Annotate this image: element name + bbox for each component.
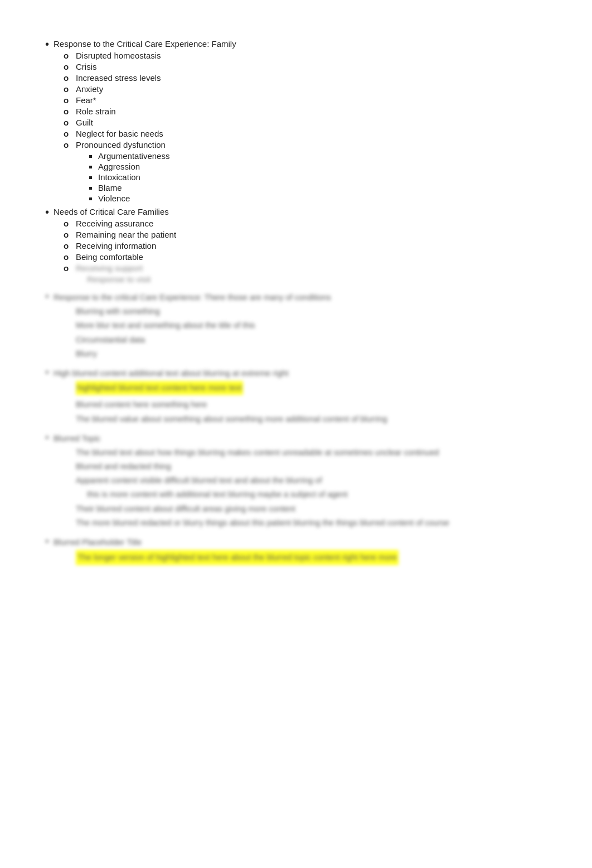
blurred-item: The more blurred redacted or blurry thin… (76, 517, 547, 529)
section5-title: Blurred Topic (54, 432, 547, 445)
blurred-list-item: Receiving support Response to visit (76, 263, 176, 284)
section5-list: The blurred text about how things blurri… (76, 446, 547, 529)
list-item: Being comfortable (76, 252, 176, 262)
section1-title: Response to the Critical Care Experience… (54, 39, 236, 49)
list-item: Guilt (76, 118, 236, 127)
bullet1-dot: • (45, 38, 49, 51)
section2-content: Needs of Critical Care Families Receivin… (54, 207, 176, 286)
blurred-item: Circumstantial data (76, 334, 547, 346)
blurred-item: Blurred content here something here (76, 398, 547, 411)
list-item: Pronounced dysfunction Argumentativeness… (76, 140, 236, 203)
bullet4-dot: • (45, 366, 49, 379)
blurred-item: Blurring with something (76, 305, 547, 318)
bullet5-dot: • (45, 431, 49, 444)
section3-row: • Response to the critical Care Experien… (45, 291, 547, 361)
blurred-subitem: this is more content with additional tex… (87, 488, 547, 501)
bullet3-dot: • (45, 290, 49, 303)
bullet2-dot: • (45, 206, 49, 219)
blurred-item: Apparent content visible difficult blurr… (76, 474, 547, 487)
list-item: Crisis (76, 62, 236, 71)
list-item: Fear* (76, 95, 236, 105)
section2-row: • Needs of Critical Care Families Receiv… (45, 207, 547, 286)
section1-content: Response to the Critical Care Experience… (54, 39, 236, 205)
section4-list: highlighted blurred text content here mo… (76, 381, 547, 426)
blurred-item: More blur text and something about the t… (76, 319, 547, 332)
section1-list: Disrupted homeostasis Crisis Increased s… (54, 51, 236, 203)
section1-sublist: Argumentativeness Aggression Intoxicatio… (76, 151, 236, 203)
blurred-item: Their blurred content about difficult ar… (76, 503, 547, 515)
list-item: Neglect for basic needs (76, 129, 236, 138)
list-item: Violence (98, 194, 236, 203)
blurred-sublist: Response to visit (76, 274, 176, 284)
blurred-item: Blurred and redacted thing (76, 460, 547, 473)
section6-highlighted: The longer version of highlighted text h… (76, 550, 399, 565)
bullet6-dot: • (45, 535, 49, 548)
list-item: Receiving information (76, 241, 176, 250)
section1-row: • Response to the Critical Care Experien… (45, 39, 547, 205)
section3-title: Response to the critical Care Experience… (54, 291, 547, 304)
section6-row: • Blurred Placeholder Title The longer v… (45, 536, 547, 566)
section4-title: High blurred content additional text abo… (54, 367, 547, 380)
section3-list: Blurring with something More blur text a… (76, 305, 547, 360)
section4-highlighted: highlighted blurred text content here mo… (76, 381, 243, 395)
list-item: Disrupted homeostasis (76, 51, 236, 60)
section5-content: Blurred Topic The blurred text about how… (54, 432, 547, 531)
list-item: Argumentativeness (98, 151, 236, 161)
section3-content: Response to the critical Care Experience… (54, 291, 547, 361)
list-item: Remaining near the patient (76, 230, 176, 239)
list-item: Aggression (98, 162, 236, 171)
section6-content: Blurred Placeholder Title The longer ver… (54, 536, 547, 566)
section6-title: Blurred Placeholder Title (54, 536, 547, 549)
list-item: Intoxication (98, 172, 236, 182)
blurred-list-item: Response to visit (87, 274, 176, 284)
section6-list: The longer version of highlighted text h… (76, 550, 547, 566)
blurred-item: The blurred text about how things blurri… (76, 446, 547, 459)
list-item: Anxiety (76, 84, 236, 94)
section5-row: • Blurred Topic The blurred text about h… (45, 432, 547, 531)
blurred-item: The blurred value about something about … (76, 413, 547, 426)
list-item: Receiving assurance (76, 219, 176, 228)
list-item: Increased stress levels (76, 73, 236, 83)
section4-row: • High blurred content additional text a… (45, 367, 547, 427)
list-item: Role strain (76, 107, 236, 116)
section2-title: Needs of Critical Care Families (54, 207, 169, 216)
section2-list: Receiving assurance Remaining near the p… (54, 219, 176, 284)
list-item: Blame (98, 183, 236, 192)
blurred-item: Blurry (76, 348, 547, 360)
document-content: • Response to the Critical Care Experien… (45, 22, 547, 566)
section4-content: High blurred content additional text abo… (54, 367, 547, 427)
